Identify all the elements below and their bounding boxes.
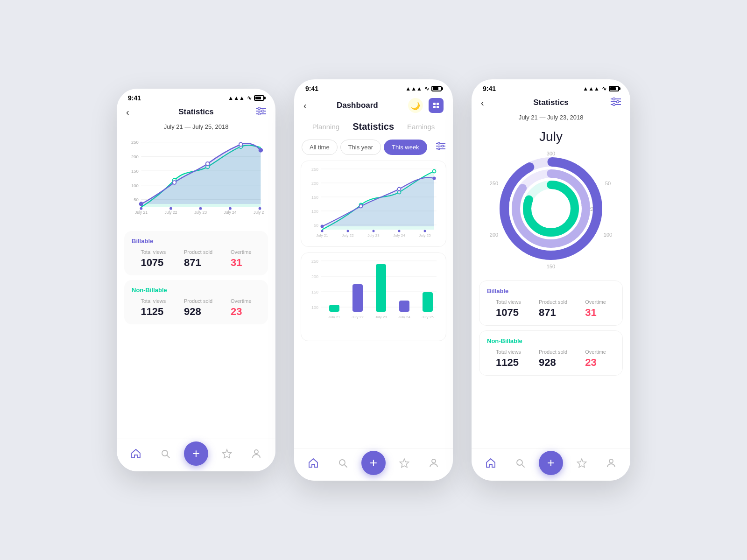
svg-line-119 <box>522 465 524 467</box>
filter-all-time[interactable]: All time <box>302 140 338 155</box>
svg-point-46 <box>442 145 444 147</box>
non-billable-stats-left: Total views 1125 Product sold 928 Overti… <box>132 298 261 318</box>
svg-point-74 <box>424 230 426 232</box>
donut-month: July <box>539 129 563 144</box>
phone-center: 9:41 ▲▲▲ ∿ ‹ Dashboard 🌙 <box>294 79 453 481</box>
nav-star-center[interactable] <box>394 453 415 473</box>
svg-point-93 <box>339 460 345 465</box>
tab-planning[interactable]: Planning <box>308 121 344 133</box>
wifi-icon-left: ∿ <box>247 95 252 101</box>
nav-add-right[interactable]: + <box>539 451 563 475</box>
nav-search-right[interactable] <box>510 453 530 473</box>
svg-point-100 <box>613 98 615 100</box>
nb-total-views-left: Total views 1125 <box>141 298 166 318</box>
grid-icon[interactable] <box>429 98 444 113</box>
dashboard-header: ‹ Dashboard 🌙 <box>294 94 453 118</box>
svg-text:July 22: July 22 <box>342 233 354 238</box>
tab-earnings[interactable]: Earnings <box>402 121 439 133</box>
svg-point-62 <box>359 205 363 208</box>
svg-text:July 25: July 25 <box>422 315 434 319</box>
moon-icon[interactable]: 🌙 <box>408 98 423 113</box>
nb-tv-right: Total views 1125 <box>496 349 521 369</box>
nb-ot-right: Overtime 23 <box>585 349 606 369</box>
battery-icon-left <box>254 95 264 101</box>
wifi-icon-center: ∿ <box>424 85 429 92</box>
overtime-left: Overtime 31 <box>231 249 252 269</box>
svg-text:July 25: July 25 <box>254 210 264 215</box>
nav-home-left[interactable] <box>126 443 146 464</box>
nb-overtime-left: Overtime 23 <box>231 298 252 318</box>
filter-icon-left[interactable] <box>256 107 266 117</box>
nav-star-left[interactable] <box>217 443 237 464</box>
svg-point-47 <box>438 148 440 150</box>
svg-text:50: 50 <box>134 197 139 202</box>
filter-icon-center[interactable] <box>436 142 445 152</box>
header-left: ‹ Statistics <box>117 104 275 121</box>
time-right: 9:41 <box>483 85 496 92</box>
svg-text:100: 100 <box>604 232 612 238</box>
line-chart-left: 250 200 150 100 50 <box>124 134 268 227</box>
svg-point-60 <box>433 170 436 173</box>
svg-text:July 23: July 23 <box>194 210 207 215</box>
back-button-left[interactable]: ‹ <box>126 107 129 118</box>
non-billable-section-right: Non-Billable Total views 1125 Product so… <box>479 330 623 376</box>
svg-line-94 <box>345 465 347 467</box>
svg-text:250: 250 <box>311 167 318 172</box>
svg-marker-36 <box>223 449 232 458</box>
nav-star-right[interactable] <box>571 453 592 473</box>
svg-point-63 <box>398 188 401 191</box>
svg-point-30 <box>169 207 172 210</box>
nav-home-right[interactable] <box>480 453 501 473</box>
phone-left: 9:41 ▲▲▲ ∿ ‹ Statistics <box>117 89 275 471</box>
svg-text:July 21: July 21 <box>316 233 328 238</box>
non-billable-label-left: Non-Billable <box>132 287 261 294</box>
nav-home-center[interactable] <box>303 453 324 473</box>
billable-section-left: Billable Total views 1075 Product sold 8… <box>124 231 268 275</box>
bar-chart-svg-center: 250 200 150 100 July 21 July 22 July 23 <box>307 259 440 333</box>
svg-point-33 <box>259 207 261 210</box>
svg-rect-86 <box>399 301 409 312</box>
svg-text:July 25: July 25 <box>419 233 431 238</box>
svg-point-32 <box>229 207 232 210</box>
line-chart-card-center: 250 200 150 100 50 July 21 <box>301 161 446 247</box>
svg-text:200: 200 <box>311 274 318 279</box>
nav-user-right[interactable] <box>601 453 621 473</box>
svg-text:100: 100 <box>311 305 318 310</box>
back-button-center[interactable]: ‹ <box>303 100 307 111</box>
signal-icon-left: ▲▲▲ <box>228 95 245 101</box>
svg-text:250: 250 <box>311 259 318 264</box>
billable-label-right: Billable <box>487 287 615 294</box>
svg-point-70 <box>321 230 324 232</box>
nav-search-center[interactable] <box>332 453 353 473</box>
filter-this-week[interactable]: This week <box>384 140 427 155</box>
svg-point-45 <box>438 142 440 144</box>
svg-point-31 <box>199 207 202 210</box>
nav-add-left[interactable]: + <box>184 441 208 466</box>
svg-text:100: 100 <box>311 209 318 214</box>
nav-user-left[interactable] <box>246 443 267 464</box>
bar-chart-card-center: 250 200 150 100 July 21 July 22 July 23 <box>301 252 446 341</box>
chart-svg-left: 250 200 150 100 50 <box>128 138 264 216</box>
svg-point-21 <box>206 162 210 166</box>
battery-icon-right <box>609 86 619 91</box>
svg-line-35 <box>167 455 169 458</box>
back-button-right[interactable]: ‹ <box>481 98 484 108</box>
svg-text:150: 150 <box>547 264 555 269</box>
date-range-right: July 21 — July 23, 2018 <box>472 112 630 125</box>
donut-chart-container: July 300 50 100 150 200 250 21 22 23 <box>472 125 630 277</box>
status-bar-left: 9:41 ▲▲▲ ∿ <box>117 89 275 104</box>
svg-text:50: 50 <box>314 223 318 228</box>
time-center: 9:41 <box>305 85 318 92</box>
tab-statistics[interactable]: Statistics <box>348 119 399 134</box>
nav-search-left[interactable] <box>155 443 176 464</box>
svg-point-71 <box>347 230 349 232</box>
nav-user-center[interactable] <box>423 453 444 473</box>
svg-point-22 <box>239 143 243 147</box>
svg-point-4 <box>262 110 264 112</box>
filter-icon-right[interactable] <box>611 98 621 108</box>
svg-rect-39 <box>437 103 439 105</box>
filter-this-year[interactable]: This year <box>340 140 381 155</box>
nav-add-center[interactable]: + <box>361 451 386 475</box>
non-billable-section-left: Non-Billable Total views 1125 Product so… <box>124 280 268 324</box>
bottom-nav-left: + <box>117 439 275 471</box>
